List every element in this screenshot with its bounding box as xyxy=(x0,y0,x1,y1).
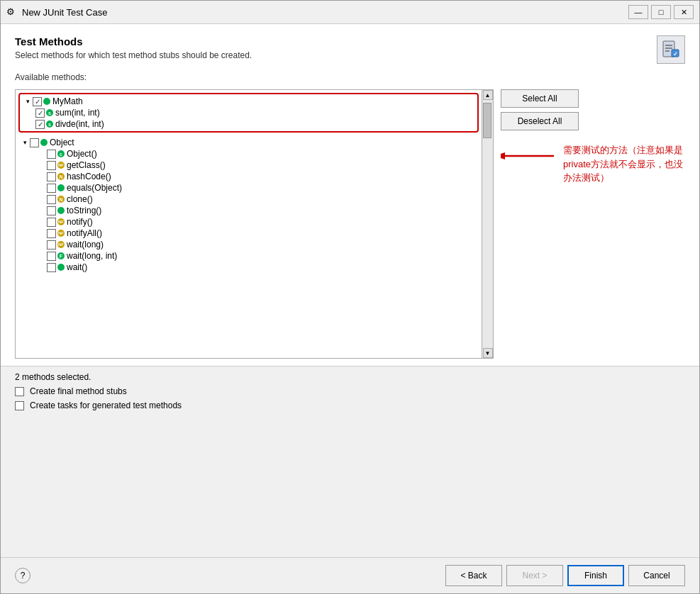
super-notifyall: NF xyxy=(58,231,64,235)
svg-text:✓: ✓ xyxy=(673,51,678,57)
superscript-divde: s xyxy=(48,122,51,127)
select-all-button[interactable]: Select All xyxy=(501,89,579,108)
tree-item-clone[interactable]: N clone() xyxy=(18,194,479,205)
tree-item-divde[interactable]: ✓ s divde(int, int) xyxy=(21,118,476,130)
dialog-window: ⚙ New JUnit Test Case — □ ✕ Test Methods… xyxy=(0,0,700,594)
create-tasks-checkbox[interactable] xyxy=(15,401,24,410)
label-mymath: MyMath xyxy=(52,96,83,106)
create-final-row: Create final method stubs xyxy=(15,386,685,396)
tree-container: ▾ ✓ MyMath ✓ s sum(in xyxy=(15,89,494,359)
mymath-highlight-box: ▾ ✓ MyMath ✓ s sum(in xyxy=(18,93,479,133)
help-button[interactable]: ? xyxy=(15,568,30,583)
checkbox-waitlongint[interactable] xyxy=(47,252,56,261)
window-title: New JUnit Test Case xyxy=(22,7,624,18)
tree-item-notify[interactable]: NF notify() xyxy=(18,216,479,228)
spacer xyxy=(1,418,699,557)
header-section: Test Methods Select methods for which te… xyxy=(15,35,685,64)
tree-item-hashcode[interactable]: N hashCode() xyxy=(18,171,479,182)
create-tasks-label: Create tasks for generated test methods xyxy=(30,400,182,410)
annotation-with-arrow: 需要测试的方法（注意如果是private方法就不会显示，也没办法测试） xyxy=(501,143,685,185)
checkbox-waitlong[interactable] xyxy=(47,240,56,250)
checkbox-divde[interactable]: ✓ xyxy=(35,120,45,129)
scrollbar-thumb[interactable] xyxy=(483,103,491,138)
checkbox-notify[interactable] xyxy=(47,218,56,227)
dot-object xyxy=(40,139,48,146)
checkbox-equals[interactable] xyxy=(47,184,56,193)
title-bar: ⚙ New JUnit Test Case — □ ✕ xyxy=(1,1,699,24)
dot-getclass: NF xyxy=(57,162,65,169)
checkbox-object[interactable] xyxy=(30,138,39,147)
checkbox-clone[interactable] xyxy=(47,195,56,204)
checkbox-hashcode[interactable] xyxy=(47,172,56,181)
page-description: Select methods for which test method stu… xyxy=(15,50,252,60)
tree-item-wait[interactable]: wait() xyxy=(18,262,479,273)
label-waitlongint: wait(long, int) xyxy=(67,251,117,261)
dot-wait xyxy=(57,264,65,271)
checkbox-tostring[interactable] xyxy=(47,206,56,215)
super-clone: N xyxy=(59,197,62,202)
dot-notifyall: NF xyxy=(57,230,65,237)
footer-left: ? xyxy=(15,568,30,583)
label-clone: clone() xyxy=(67,194,93,204)
super-waitlong: NF xyxy=(58,242,64,247)
checkbox-getclass[interactable] xyxy=(47,161,56,170)
scrollbar-thumb-area[interactable] xyxy=(482,100,493,348)
label-getclass: getClass() xyxy=(67,160,106,170)
tree-item-mymath[interactable]: ▾ ✓ MyMath xyxy=(21,96,476,107)
checkbox-mymath[interactable]: ✓ xyxy=(33,97,42,106)
tree-item-waitlong[interactable]: NF wait(long) xyxy=(18,239,479,250)
super-getclass: NF xyxy=(58,163,64,167)
checkbox-sum[interactable]: ✓ xyxy=(35,108,45,118)
label-notifyall: notifyAll() xyxy=(67,228,102,238)
red-arrow-icon xyxy=(501,149,557,163)
create-final-checkbox[interactable] xyxy=(15,387,24,396)
super-waitlongint: F xyxy=(60,254,62,259)
content-area: Test Methods Select methods for which te… xyxy=(1,24,699,366)
annotation-text: 需要测试的方法（注意如果是private方法就不会显示，也没办法测试） xyxy=(563,143,685,185)
dot-notify: NF xyxy=(57,218,65,225)
super-notify: NF xyxy=(58,220,64,224)
expand-arrow-mymath: ▾ xyxy=(24,98,31,105)
maximize-button[interactable]: □ xyxy=(651,5,671,19)
methods-status-text: 2 methods selected. xyxy=(15,372,91,382)
scrollbar: ▲ ▼ xyxy=(482,90,493,358)
close-button[interactable]: ✕ xyxy=(674,5,694,19)
scroll-down-button[interactable]: ▼ xyxy=(483,348,493,358)
tree-item-object-header[interactable]: ▾ Object xyxy=(18,137,479,148)
checkbox-notifyall[interactable] xyxy=(47,229,56,238)
tree-item-tostring[interactable]: toString() xyxy=(18,205,479,216)
minimize-button[interactable]: — xyxy=(628,5,648,19)
methods-area: ▾ ✓ MyMath ✓ s sum(in xyxy=(15,89,685,359)
tree-item-getclass[interactable]: NF getClass() xyxy=(18,159,479,171)
dot-hashcode: N xyxy=(57,173,65,180)
finish-button[interactable]: Finish xyxy=(567,565,624,586)
tree-scroll[interactable]: ▾ ✓ MyMath ✓ s sum(in xyxy=(16,90,482,358)
cancel-button[interactable]: Cancel xyxy=(628,565,685,586)
tree-item-notifyall[interactable]: NF notifyAll() xyxy=(18,228,479,239)
tree-item-waitlongint[interactable]: F wait(long, int) xyxy=(18,250,479,262)
label-equals: equals(Object) xyxy=(67,183,122,193)
arrow-container xyxy=(501,149,557,163)
dot-object-ctor: c xyxy=(57,150,65,157)
status-bar: 2 methods selected. xyxy=(15,372,685,386)
header-icon: ✓ xyxy=(657,35,685,64)
label-notify: notify() xyxy=(67,217,93,227)
next-button[interactable]: Next > xyxy=(506,565,563,586)
deselect-all-button[interactable]: Deselect All xyxy=(501,112,579,130)
header-text: Test Methods Select methods for which te… xyxy=(15,35,252,60)
label-tostring: toString() xyxy=(67,206,101,215)
tree-list: ▾ ✓ MyMath ✓ s sum(in xyxy=(16,93,482,274)
back-button[interactable]: < Back xyxy=(445,565,502,586)
checkbox-object-ctor[interactable] xyxy=(47,150,56,159)
tree-item-object-ctor[interactable]: c Object() xyxy=(18,148,479,159)
right-panel: Select All Deselect All xyxy=(501,89,685,359)
dot-waitlongint: F xyxy=(57,252,65,259)
dot-divde: s xyxy=(46,121,53,128)
tree-item-sum[interactable]: ✓ s sum(int, int) xyxy=(21,107,476,118)
checkbox-wait[interactable] xyxy=(47,263,56,272)
tree-item-equals[interactable]: equals(Object) xyxy=(18,182,479,194)
create-final-label: Create final method stubs xyxy=(30,386,127,396)
label-object-ctor: Object() xyxy=(67,149,97,159)
scroll-up-button[interactable]: ▲ xyxy=(483,90,493,100)
object-group: ▾ Object c Object() xyxy=(16,135,482,274)
